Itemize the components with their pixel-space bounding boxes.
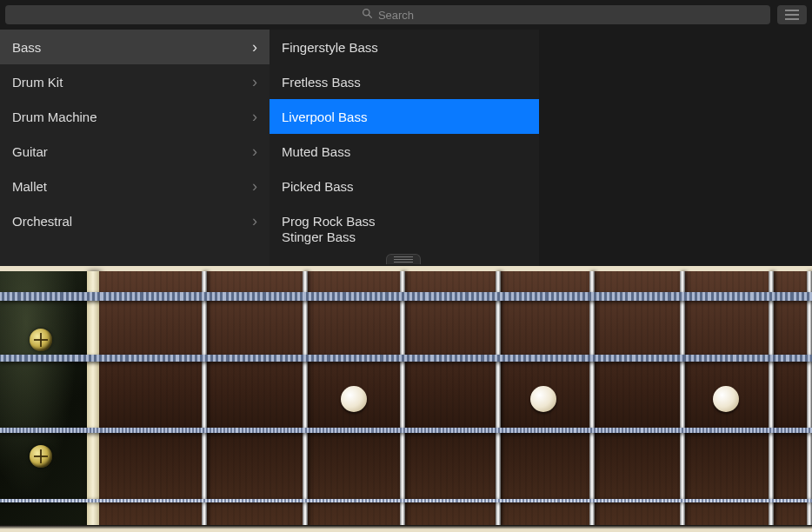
- category-item-drum-kit[interactable]: Drum Kit ›: [0, 64, 270, 99]
- app-root: Search Bass › Drum Kit › Drum Machine › …: [0, 0, 812, 532]
- fret: [303, 271, 308, 527]
- preset-item[interactable]: Muted Bass: [270, 134, 539, 169]
- chevron-right-icon: ›: [252, 212, 257, 230]
- category-label: Drum Kit: [12, 75, 252, 90]
- preset-item-selected[interactable]: Liverpool Bass: [270, 99, 539, 134]
- bass-string-g[interactable]: [0, 499, 812, 502]
- preset-column: Fingerstyle Bass Fretless Bass Liverpool…: [270, 30, 539, 266]
- fret: [769, 271, 774, 527]
- tuning-screw: [30, 329, 52, 351]
- category-label: Orchestral: [12, 214, 252, 229]
- bass-string-a[interactable]: [0, 355, 812, 362]
- preset-label: Stinger Bass: [282, 229, 527, 244]
- chevron-right-icon: ›: [252, 108, 257, 126]
- sound-browser: Bass › Drum Kit › Drum Machine › Guitar …: [0, 30, 812, 266]
- fret: [202, 271, 207, 527]
- category-label: Guitar: [12, 144, 252, 159]
- category-item-mallet[interactable]: Mallet ›: [0, 169, 270, 203]
- search-icon: [362, 8, 373, 22]
- category-item-orchestral[interactable]: Orchestral ›: [0, 203, 270, 238]
- fret: [680, 271, 685, 527]
- preset-item[interactable]: Picked Bass: [270, 169, 539, 203]
- fret: [496, 271, 501, 527]
- category-label: Drum Machine: [12, 110, 252, 124]
- chevron-right-icon: ›: [252, 177, 257, 196]
- nut: [87, 271, 99, 527]
- fret-inlay: [341, 386, 367, 412]
- chevron-right-icon: ›: [252, 38, 257, 57]
- tuning-screw: [30, 445, 52, 468]
- fret: [807, 271, 812, 527]
- panel-drag-handle[interactable]: [386, 254, 421, 264]
- category-column: Bass › Drum Kit › Drum Machine › Guitar …: [0, 30, 270, 266]
- bass-string-d[interactable]: [0, 428, 812, 433]
- category-item-guitar[interactable]: Guitar ›: [0, 134, 270, 169]
- category-label: Mallet: [12, 179, 252, 194]
- preset-label: Liverpool Bass: [282, 110, 527, 124]
- category-item-bass[interactable]: Bass ›: [0, 30, 270, 64]
- fret-inlay: [530, 386, 556, 412]
- headstock: [0, 271, 87, 527]
- preset-label: Picked Bass: [282, 179, 527, 194]
- chevron-right-icon: ›: [252, 143, 257, 161]
- preset-label: Fingerstyle Bass: [282, 40, 527, 55]
- fret-inlay: [713, 386, 739, 412]
- preset-label: Muted Bass: [282, 144, 527, 159]
- bottom-trim: [0, 525, 812, 532]
- category-item-drum-machine[interactable]: Drum Machine ›: [0, 99, 270, 134]
- search-input[interactable]: Search: [5, 5, 770, 24]
- preset-item[interactable]: Fretless Bass: [270, 64, 539, 99]
- fret: [589, 271, 595, 527]
- preset-label: Prog Rock Bass: [282, 214, 527, 229]
- menu-button[interactable]: [777, 5, 807, 24]
- bass-fretboard[interactable]: [0, 266, 812, 532]
- preset-item[interactable]: Fingerstyle Bass: [270, 30, 539, 64]
- search-placeholder: Search: [378, 9, 414, 22]
- category-label: Bass: [12, 40, 252, 55]
- bass-string-e[interactable]: [0, 292, 812, 301]
- detail-column: [539, 30, 812, 266]
- preset-label: Fretless Bass: [282, 75, 527, 90]
- preset-item[interactable]: Stinger Bass: [270, 238, 539, 256]
- fret: [400, 271, 405, 527]
- chevron-right-icon: ›: [252, 73, 257, 91]
- svg-line-1: [369, 15, 371, 17]
